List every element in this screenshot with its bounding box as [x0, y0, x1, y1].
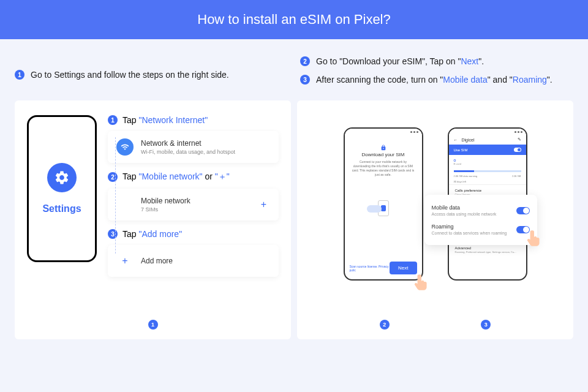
- roaming-label: Roaming: [432, 224, 507, 230]
- substep-badge-3: 3: [108, 229, 118, 239]
- page-header: How to install an eSIM on Pixel?: [0, 0, 588, 39]
- lock-icon: [380, 142, 386, 148]
- page-title: How to install an eSIM on Pixel?: [197, 12, 391, 28]
- download-sim-phone: Download your SIM Connect to your mobile…: [344, 127, 423, 281]
- plus-add-icon: +: [116, 252, 134, 270]
- pointing-hand-icon: [413, 273, 429, 292]
- network-internet-card[interactable]: Network & internet Wi-Fi, mobile, data u…: [108, 131, 279, 163]
- plus-icon[interactable]: +: [257, 199, 270, 210]
- carrier-header: ← Digicel ✎: [449, 135, 526, 145]
- step-connector-line: [115, 137, 116, 254]
- use-sim-row[interactable]: Use SIM: [449, 145, 526, 155]
- instruction-2: 2 Go to "Download your eSIM", Tap on "Ne…: [300, 56, 573, 66]
- settings-label: Settings: [42, 203, 81, 214]
- instruction-3: 3 After scanning the code, turn on "Mobi…: [300, 75, 573, 85]
- next-button[interactable]: Next: [390, 262, 417, 274]
- instruction-1-text: Go to Settings and follow the steps on t…: [31, 70, 229, 80]
- mobile-data-label: Mobile data: [432, 205, 497, 211]
- sim-illustration: [345, 181, 422, 236]
- use-sim-toggle[interactable]: [514, 148, 521, 152]
- addmore-card-title: Add more: [141, 257, 270, 265]
- instruction-3-text: After scanning the code, turn on "Mobile…: [316, 75, 552, 85]
- left-panel: Settings 1 Tap "Network Internet" Networ…: [15, 100, 291, 339]
- data-usage-meta: 2.06 GB data warning 2.06 GB: [449, 173, 526, 179]
- toggles-popup: Mobile data Access data using mobile net…: [424, 195, 537, 245]
- substep-badge-1: 1: [108, 115, 118, 125]
- substep-1: 1 Tap "Network Internet" Network & inter…: [108, 115, 279, 163]
- substep-2: 2 Tap "Mobile network" or "＋" Mobile net…: [108, 172, 279, 221]
- data-usage-bar: [454, 170, 521, 172]
- signal-icon: [116, 196, 134, 213]
- step-badge-3: 3: [300, 75, 310, 85]
- gear-icon: [47, 163, 77, 192]
- step-badge-1: 1: [15, 70, 24, 80]
- mobile-card-sub: 7 SIMs: [141, 206, 250, 213]
- panel-1-badge: 1: [148, 320, 158, 330]
- settings-phone-illustration: Settings: [27, 115, 97, 262]
- instructions-row: 1 Go to Settings and follow the steps on…: [0, 39, 588, 100]
- instruction-2-text: Go to "Download your eSIM", Tap on "Next…: [316, 56, 484, 66]
- back-arrow-icon[interactable]: ←: [454, 138, 458, 142]
- mobile-data-toggle[interactable]: [516, 207, 530, 214]
- instruction-1: 1 Go to Settings and follow the steps on…: [15, 56, 288, 93]
- substep-3: 3 Tap "Add more" + Add more: [108, 229, 279, 277]
- wifi-icon: [116, 138, 134, 156]
- download-sim-desc: Connect to your mobile network by downlo…: [350, 160, 417, 177]
- mobile-data-link: Mobile data: [443, 75, 487, 85]
- step-badge-2: 2: [300, 56, 310, 66]
- mobile-network-card[interactable]: Mobile network 7 SIMs +: [108, 189, 279, 221]
- mobile-card-title: Mobile network: [141, 197, 250, 205]
- panels-container: Settings 1 Tap "Network Internet" Networ…: [0, 100, 588, 339]
- instructions-right: 2 Go to "Download your eSIM", Tap on "Ne…: [288, 56, 573, 93]
- panel-3-badge: 3: [481, 320, 491, 330]
- network-card-title: Network & internet: [141, 139, 270, 148]
- status-bar: [345, 129, 422, 135]
- pointing-hand-icon-2: [526, 229, 542, 247]
- roaming-toggle-row[interactable]: Roaming Connect to data services when ro…: [432, 220, 530, 239]
- network-card-sub: Wi-Fi, mobile, data usage, and hotspot: [141, 149, 270, 155]
- panel-2-badge: 2: [380, 320, 390, 330]
- roaming-link: Roaming: [513, 75, 547, 85]
- privacy-link[interactable]: Scan source license. Privacy polic: [350, 265, 390, 272]
- add-more-card[interactable]: + Add more: [108, 245, 279, 277]
- edit-icon[interactable]: ✎: [518, 137, 521, 142]
- cloud-icon: [367, 205, 382, 213]
- download-sim-title: Download your SIM: [350, 152, 417, 157]
- substep-badge-2: 2: [108, 172, 118, 182]
- status-bar-3: [449, 129, 526, 135]
- next-link: Next: [461, 56, 478, 66]
- right-panel-badges: 2 3: [297, 320, 573, 330]
- data-section-label: O B used: [449, 155, 526, 169]
- mobile-data-toggle-row[interactable]: Mobile data Access data using mobile net…: [432, 201, 530, 220]
- right-panel: Download your SIM Connect to your mobile…: [297, 100, 573, 339]
